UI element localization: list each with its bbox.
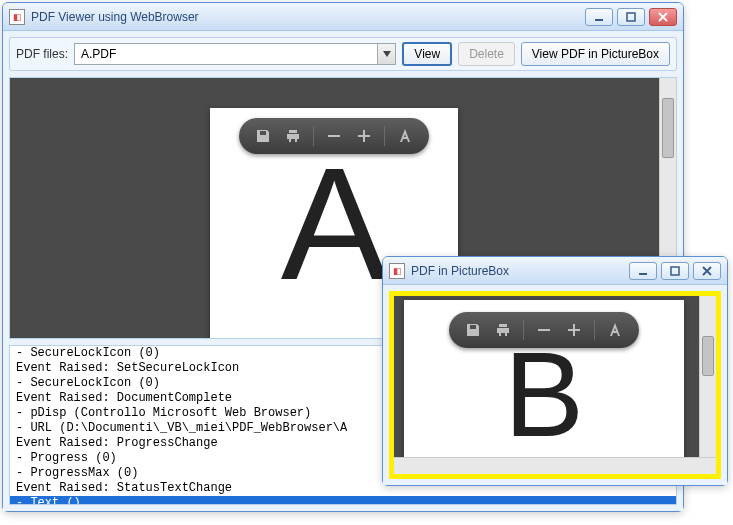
svg-rect-9 xyxy=(573,324,575,336)
save-icon[interactable] xyxy=(463,320,483,340)
zoom-out-icon[interactable] xyxy=(324,126,344,146)
page-content-letter: B xyxy=(404,334,684,454)
svg-rect-7 xyxy=(538,329,550,331)
pdf-toolbar xyxy=(449,312,639,348)
svg-rect-2 xyxy=(328,135,340,137)
pic-title: PDF in PictureBox xyxy=(411,264,629,278)
main-titlebar[interactable]: ◧ PDF Viewer using WebBrowser xyxy=(3,3,683,31)
acrobat-icon[interactable] xyxy=(395,126,415,146)
window-controls xyxy=(585,8,677,26)
app-icon: ◧ xyxy=(389,263,405,279)
picturebox-scrollbar-horizontal[interactable] xyxy=(394,457,716,474)
log-line[interactable]: - Text () xyxy=(10,496,676,505)
svg-rect-6 xyxy=(671,267,679,275)
print-icon[interactable] xyxy=(283,126,303,146)
file-input[interactable] xyxy=(75,44,377,64)
close-button[interactable] xyxy=(693,262,721,280)
minimize-button[interactable] xyxy=(629,262,657,280)
app-icon: ◧ xyxy=(9,9,25,25)
pdf-toolbar xyxy=(239,118,429,154)
file-dropdown[interactable] xyxy=(74,43,396,65)
separator xyxy=(384,126,385,146)
chevron-down-icon[interactable] xyxy=(377,44,395,64)
files-label: PDF files: xyxy=(16,47,68,61)
scrollbar-thumb[interactable] xyxy=(702,336,714,376)
main-title: PDF Viewer using WebBrowser xyxy=(31,10,585,24)
svg-rect-0 xyxy=(595,19,603,21)
save-icon[interactable] xyxy=(253,126,273,146)
maximize-button[interactable] xyxy=(617,8,645,26)
window-controls xyxy=(629,262,721,280)
pdf-page: B xyxy=(404,300,684,479)
svg-rect-1 xyxy=(627,13,635,21)
zoom-in-icon[interactable] xyxy=(564,320,584,340)
scrollbar-thumb[interactable] xyxy=(662,98,674,158)
maximize-button[interactable] xyxy=(661,262,689,280)
picturebox: B xyxy=(389,291,721,479)
acrobat-icon[interactable] xyxy=(605,320,625,340)
picturebox-scrollbar-vertical[interactable] xyxy=(699,296,716,457)
delete-button: Delete xyxy=(458,42,515,66)
picturebox-window: ◧ PDF in PictureBox B xyxy=(382,256,728,486)
zoom-in-icon[interactable] xyxy=(354,126,374,146)
print-icon[interactable] xyxy=(493,320,513,340)
separator xyxy=(313,126,314,146)
view-button[interactable]: View xyxy=(402,42,452,66)
separator xyxy=(594,320,595,340)
zoom-out-icon[interactable] xyxy=(534,320,554,340)
minimize-button[interactable] xyxy=(585,8,613,26)
separator xyxy=(523,320,524,340)
view-picturebox-button[interactable]: View PDF in PictureBox xyxy=(521,42,670,66)
close-button[interactable] xyxy=(649,8,677,26)
pic-client: B xyxy=(383,285,727,485)
file-toolbar: PDF files: View Delete View PDF in Pictu… xyxy=(9,37,677,71)
svg-rect-4 xyxy=(363,130,365,142)
pic-titlebar[interactable]: ◧ PDF in PictureBox xyxy=(383,257,727,285)
svg-rect-5 xyxy=(639,273,647,275)
